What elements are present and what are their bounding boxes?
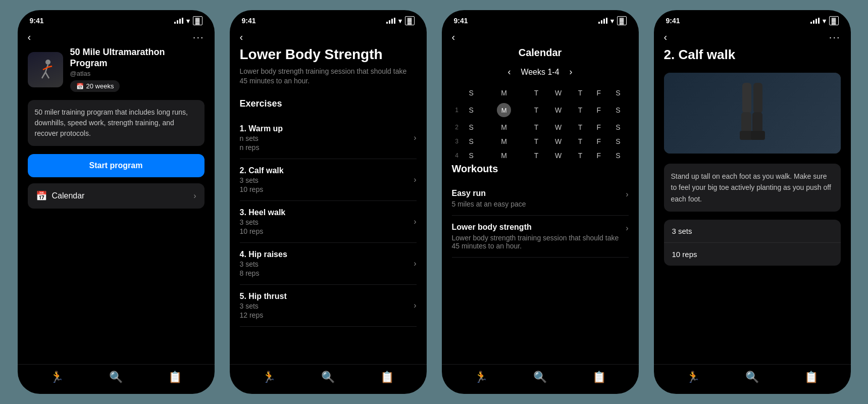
- calendar-nav: ‹ Weeks 1-4 ›: [452, 67, 629, 77]
- w3-wed[interactable]: W: [546, 135, 571, 148]
- list-tab-4[interactable]: 📋: [804, 371, 818, 384]
- exercise-item-5[interactable]: 5. Hip thrust 3 sets 12 reps ›: [240, 285, 417, 327]
- status-bar-1: 9:41 ▾ ▓: [18, 10, 215, 27]
- nav-bar-3: ‹: [442, 27, 639, 47]
- w4-fri[interactable]: F: [590, 149, 607, 162]
- workout-item-easy-run[interactable]: Easy run 5 miles at an easy pace ›: [452, 182, 629, 216]
- active-day[interactable]: M: [497, 103, 511, 117]
- run-tab-3[interactable]: 🏃: [474, 371, 488, 384]
- easy-run-name: Easy run: [452, 189, 526, 198]
- lower-body-name: Lower body strength: [452, 223, 626, 232]
- exercise-item-2[interactable]: 2. Calf walk 3 sets 10 reps ›: [240, 159, 417, 201]
- w1-fri[interactable]: F: [590, 100, 607, 120]
- video-thumbnail[interactable]: ▶: [664, 73, 841, 154]
- calendar-row-left: 📅 Calendar: [36, 190, 85, 201]
- signal-icon-2: [386, 18, 395, 24]
- svg-rect-8: [741, 112, 751, 132]
- search-tab-3[interactable]: 🔍: [533, 371, 547, 384]
- run-tab-2[interactable]: 🏃: [262, 371, 276, 384]
- w1-sat[interactable]: S: [608, 100, 627, 120]
- w4-sun[interactable]: S: [462, 149, 481, 162]
- exercises-list: 1. Warm up n sets n reps › 2. Calf walk …: [240, 117, 417, 327]
- w1-wed[interactable]: W: [546, 100, 571, 120]
- back-icon-2[interactable]: ‹: [240, 31, 243, 43]
- more-icon-1[interactable]: ···: [193, 31, 205, 43]
- run-tab-4[interactable]: 🏃: [686, 371, 700, 384]
- w2-wed[interactable]: W: [546, 121, 571, 134]
- search-tab-1[interactable]: 🔍: [109, 371, 123, 384]
- col-wed: W: [546, 86, 571, 99]
- w3-fri[interactable]: F: [590, 135, 607, 148]
- w1-sun[interactable]: S: [462, 100, 481, 120]
- workout-title: Lower Body Strength: [240, 47, 417, 63]
- w3-mon[interactable]: M: [482, 135, 527, 148]
- w1-mon[interactable]: M: [482, 100, 527, 120]
- w3-sun[interactable]: S: [462, 135, 481, 148]
- back-icon-3[interactable]: ‹: [452, 31, 455, 43]
- status-icons-2: ▾ ▓: [386, 16, 415, 25]
- w4-tue[interactable]: T: [528, 149, 545, 162]
- video-bg: [664, 73, 841, 154]
- w4-wed[interactable]: W: [546, 149, 571, 162]
- workout-item-lower-body[interactable]: Lower body strength Lower body strength …: [452, 216, 629, 258]
- exercise-1-name: 1. Warm up: [240, 124, 283, 133]
- nav-bar-2: ‹: [230, 27, 427, 47]
- thumbnail-image: [28, 52, 63, 87]
- exercise-item-4[interactable]: 4. Hip raises 3 sets 8 reps ›: [240, 243, 417, 285]
- exercise-2-arrow: ›: [414, 175, 416, 184]
- w1-thu[interactable]: T: [571, 100, 589, 120]
- calendar-nav-button[interactable]: 📅 Calendar ›: [28, 183, 205, 209]
- exercise-3-info: 3. Heel walk 3 sets 10 reps: [240, 208, 286, 235]
- search-tab-4[interactable]: 🔍: [745, 371, 759, 384]
- exercise-4-arrow: ›: [414, 259, 416, 268]
- col-mon: M: [482, 86, 527, 99]
- start-program-button[interactable]: Start program: [28, 154, 205, 177]
- exercise-item-3[interactable]: 3. Heel walk 3 sets 10 reps ›: [240, 201, 417, 243]
- prev-weeks-button[interactable]: ‹: [507, 67, 510, 77]
- w2-sat[interactable]: S: [608, 121, 627, 134]
- screen-2-content: Lower Body Strength Lower body strength …: [230, 47, 427, 364]
- time-2: 9:41: [242, 17, 256, 25]
- back-icon-4[interactable]: ‹: [664, 31, 668, 43]
- list-tab-3[interactable]: 📋: [592, 371, 606, 384]
- battery-icon: ▓: [193, 16, 202, 25]
- next-weeks-button[interactable]: ›: [570, 67, 573, 77]
- exercise-4-sets: 3 sets: [240, 260, 287, 268]
- tab-bar-3: 🏃 🔍 📋: [442, 364, 639, 394]
- easy-run-arrow: ›: [626, 190, 628, 199]
- w2-tue[interactable]: T: [528, 121, 545, 134]
- list-tab-1[interactable]: 📋: [168, 371, 182, 384]
- program-info: 50 Mile Ultramarathon Program @atlas 📅 2…: [70, 47, 205, 92]
- w2-fri[interactable]: F: [590, 121, 607, 134]
- w4-mon[interactable]: M: [482, 149, 527, 162]
- w3-thu[interactable]: T: [571, 135, 589, 148]
- weeks-text: 20 weeks: [86, 82, 114, 90]
- w2-mon[interactable]: M: [482, 121, 527, 134]
- back-icon-1[interactable]: ‹: [28, 31, 31, 43]
- svg-rect-11: [751, 131, 765, 140]
- run-tab-1[interactable]: 🏃: [50, 371, 64, 384]
- w4-thu[interactable]: T: [571, 149, 589, 162]
- w3-tue[interactable]: T: [528, 135, 545, 148]
- w3-sat[interactable]: S: [608, 135, 627, 148]
- w4-sat[interactable]: S: [608, 149, 627, 162]
- more-icon-4[interactable]: ···: [829, 31, 841, 43]
- exercise-2-name: 2. Calf walk: [240, 166, 284, 175]
- reps-row: 10 reps: [664, 243, 841, 266]
- sets-reps-container: 3 sets 10 reps: [664, 220, 841, 266]
- status-bar-4: 9:41 ▾ ▓: [654, 10, 851, 27]
- workout-subtitle: Lower body strength training session tha…: [240, 67, 417, 86]
- exercise-3-sets: 3 sets: [240, 218, 286, 226]
- w2-thu[interactable]: T: [571, 121, 589, 134]
- week-1-num: 1: [453, 100, 461, 120]
- program-thumbnail: [28, 52, 63, 87]
- list-tab-2[interactable]: 📋: [380, 371, 394, 384]
- search-tab-2[interactable]: 🔍: [321, 371, 335, 384]
- exercise-2-sets: 3 sets: [240, 176, 284, 184]
- week-3-num: 3: [453, 135, 461, 148]
- exercise-1-reps: n reps: [240, 143, 283, 152]
- exercise-item-1[interactable]: 1. Warm up n sets n reps ›: [240, 117, 417, 159]
- w2-sun[interactable]: S: [462, 121, 481, 134]
- w1-tue[interactable]: T: [528, 100, 545, 120]
- easy-run-info: Easy run 5 miles at an easy pace: [452, 189, 526, 208]
